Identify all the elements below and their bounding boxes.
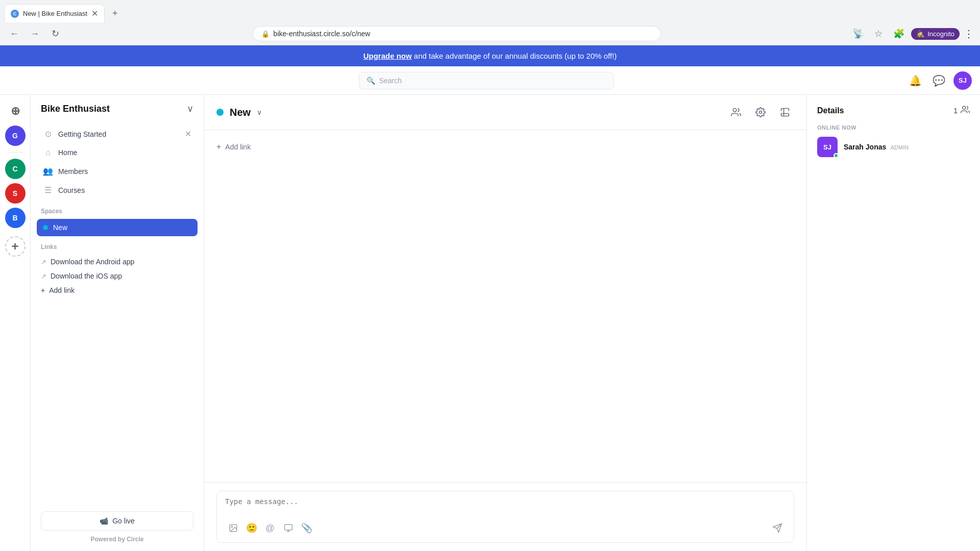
rail-item-g[interactable]: G [5, 126, 26, 146]
tab-close-button[interactable]: ✕ [91, 9, 98, 18]
sidebar-add-link-button[interactable]: + Add link [41, 283, 193, 297]
more-options-button[interactable]: ⋮ [964, 28, 974, 40]
upgrade-link[interactable]: Upgrade now [363, 52, 412, 60]
message-input[interactable] [225, 497, 786, 514]
add-community-button[interactable]: + [5, 236, 26, 257]
rail-item-s[interactable]: S [5, 183, 26, 204]
message-input-box: 🙂 @ 📎 [216, 491, 794, 543]
extension-icon[interactable]: 🧩 [891, 26, 907, 42]
back-button[interactable]: ← [6, 26, 22, 42]
member-name-sarah: Sarah Jonas [844, 143, 886, 151]
forward-button[interactable]: → [27, 26, 43, 42]
home-icon: ⌂ [43, 148, 53, 157]
getting-started-icon: ⊙ [43, 129, 53, 139]
reload-button[interactable]: ↻ [47, 26, 63, 42]
incognito-button[interactable]: 🕵 Incognito [911, 28, 960, 40]
online-now-label: ONLINE NOW [817, 124, 970, 131]
attachment-button[interactable]: 📎 [299, 520, 315, 536]
go-live-button[interactable]: 📹 Go live [41, 511, 193, 531]
sidebar-item-getting-started-label: Getting Started [58, 130, 106, 138]
sidebar-chevron-icon[interactable]: ∨ [187, 103, 193, 114]
sidebar-item-members[interactable]: 👥 Members [37, 162, 198, 181]
tab-title: New | Bike Enthusiast [23, 10, 87, 17]
browser-tabs: C New | Bike Enthusiast ✕ + [0, 0, 980, 22]
close-getting-started-button[interactable]: ✕ [185, 129, 191, 139]
rail-divider [7, 152, 23, 153]
svg-point-1 [760, 111, 762, 114]
sidebar-item-courses-label: Courses [58, 186, 85, 194]
sidebar-space-new-label: New [53, 223, 67, 232]
global-header-right: 🔔 💬 SJ [906, 71, 972, 90]
new-tab-button[interactable]: + [107, 5, 123, 21]
sidebar-item-getting-started[interactable]: ⊙ Getting Started ✕ [37, 124, 198, 143]
user-avatar-button[interactable]: SJ [953, 71, 972, 90]
sidebar-space-new[interactable]: New [37, 219, 198, 236]
details-panel: Details 1 ONLINE NOW SJ Sarah Jonas ADMI… [806, 95, 980, 551]
powered-by: Powered by Circle [41, 536, 193, 543]
message-input-area: 🙂 @ 📎 [204, 482, 806, 551]
address-url: bike-enthusiast.circle.so/c/new [274, 30, 652, 38]
sidebar-links-section: Links ↗ Download the Android app ↗ Downl… [31, 237, 204, 304]
members-icon: 👥 [43, 166, 53, 176]
main-header: New ∨ [204, 95, 806, 130]
browser-toolbar: ← → ↻ 🔒 bike-enthusiast.circle.so/c/new … [0, 22, 980, 45]
cast-icon[interactable]: 📡 [850, 26, 866, 42]
channel-status-dot [216, 109, 224, 116]
spaces-section-label: Spaces [31, 202, 204, 218]
main-body: + Add link [204, 130, 806, 482]
details-member-count: 1 [953, 105, 970, 116]
rail-item-c[interactable]: C [5, 159, 26, 179]
image-upload-button[interactable] [225, 520, 241, 536]
svg-rect-4 [285, 524, 292, 530]
svg-point-0 [733, 109, 737, 112]
link-ios-app[interactable]: ↗ Download the iOS app [41, 269, 193, 283]
emoji-button[interactable]: 🙂 [243, 520, 260, 536]
notifications-icon[interactable]: 🔔 [906, 71, 925, 90]
globe-icon[interactable]: ⊕ [5, 101, 26, 121]
mention-button[interactable]: @ [262, 520, 278, 536]
message-input-toolbar: 🙂 @ 📎 [225, 520, 786, 536]
member-avatar-sarah[interactable]: SJ [817, 137, 838, 157]
add-link-plus-icon: + [41, 286, 45, 294]
courses-icon: ☰ [43, 185, 53, 195]
video-icon: 📹 [100, 517, 108, 525]
browser-toolbar-right: 📡 ☆ 🧩 🕵 Incognito ⋮ [850, 26, 974, 42]
code-button[interactable] [280, 520, 297, 536]
member-info: Sarah Jonas ADMIN [844, 142, 909, 152]
member-badge-sarah: ADMIN [891, 144, 909, 151]
sidebar-add-link-label: Add link [49, 286, 75, 294]
channel-dropdown-icon[interactable]: ∨ [257, 108, 262, 116]
manage-members-button[interactable] [727, 103, 745, 121]
link-android-app[interactable]: ↗ Download the Android app [41, 255, 193, 269]
bookmark-icon[interactable]: ☆ [870, 26, 887, 42]
svg-point-7 [963, 106, 966, 109]
search-icon: 🔍 [366, 77, 375, 85]
external-link-icon-1: ↗ [41, 258, 46, 266]
export-button[interactable] [776, 103, 794, 121]
sidebar: Bike Enthusiast ∨ ⊙ Getting Started ✕ ⌂ … [31, 95, 204, 551]
send-message-button[interactable] [769, 520, 786, 536]
messages-icon[interactable]: 💬 [930, 71, 948, 90]
sidebar-item-home[interactable]: ⌂ Home [37, 143, 198, 162]
add-link-button[interactable]: + Add link [216, 138, 794, 156]
link-android-label: Download the Android app [51, 258, 134, 266]
app-main: ⊕ G C S B + Bike Enthusiast ∨ ⊙ Getting … [0, 95, 980, 551]
add-link-label: Add link [225, 143, 251, 151]
global-header: 🔍 Search 🔔 💬 SJ [0, 66, 980, 95]
main-content: New ∨ + Add link [204, 95, 806, 551]
svg-point-3 [231, 526, 232, 527]
address-bar[interactable]: 🔒 bike-enthusiast.circle.so/c/new [253, 26, 661, 41]
sidebar-item-courses[interactable]: ☰ Courses [37, 181, 198, 199]
sidebar-item-members-label: Members [58, 167, 88, 176]
search-placeholder: Search [379, 77, 402, 85]
browser-tab-active[interactable]: C New | Bike Enthusiast ✕ [4, 4, 105, 22]
settings-button[interactable] [751, 103, 770, 121]
lock-icon: 🔒 [261, 30, 270, 38]
details-members-icon [961, 105, 970, 116]
rail-item-b[interactable]: B [5, 208, 26, 228]
sidebar-header: Bike Enthusiast ∨ [31, 95, 204, 122]
global-search[interactable]: 🔍 Search [359, 72, 614, 89]
go-live-label: Go live [112, 517, 135, 525]
channel-name: New [230, 107, 251, 118]
add-link-plus-icon: + [216, 142, 221, 152]
